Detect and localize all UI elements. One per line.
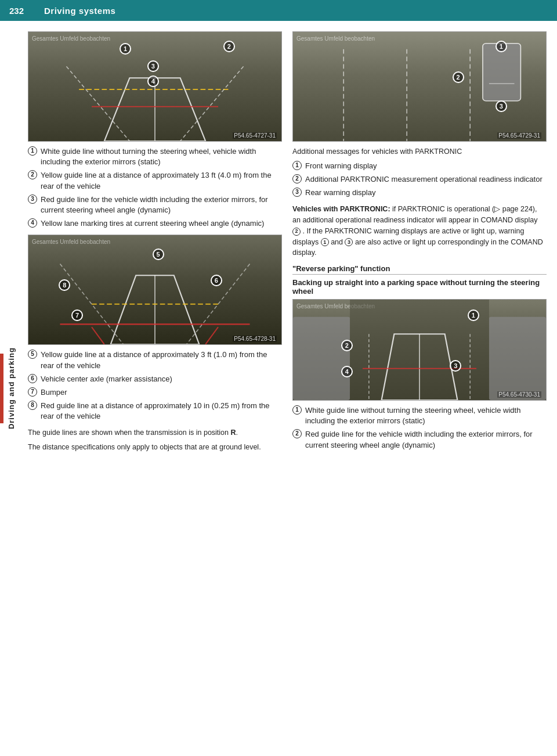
img1-num4: 4 — [147, 75, 159, 87]
img2-num5: 5 — [153, 249, 164, 260]
item-list-4: 1 White guide line without turning the s… — [292, 405, 547, 451]
img2-num8: 8 — [59, 279, 70, 291]
img2-num6: 6 — [211, 275, 222, 286]
list-item: 8 Red guide line at a distance of approx… — [28, 401, 282, 422]
item-text: Yellow lane marking tires at current ste… — [41, 218, 282, 229]
item-text: Red guide line at a distance of approxim… — [41, 401, 282, 422]
list-item: 5 Yellow guide line at a distance of app… — [28, 350, 282, 370]
item-num: 8 — [28, 401, 37, 410]
item-num: 1 — [292, 405, 302, 415]
list-item: 1 Front warning display — [292, 161, 547, 171]
main-content: Gesamtes Umfeld beobachten 1 2 3 — [22, 21, 557, 756]
item-num: 5 — [28, 350, 37, 359]
list-item: 4 Yellow lane marking tires at current s… — [28, 218, 282, 229]
chapter-title: Driving systems — [44, 6, 115, 16]
svg-rect-19 — [293, 317, 350, 400]
list-item: 2 Additional PARKTRONIC measurement oper… — [292, 174, 547, 185]
item-text: Rear warning display — [305, 188, 547, 198]
img4-num4: 4 — [341, 366, 353, 377]
additional-messages-intro: Additional messages for vehicles with PA… — [292, 146, 547, 157]
page-layout: Driving and parking Gesamtes Umfeld beob… — [0, 21, 557, 756]
svg-line-12 — [92, 327, 104, 345]
item-list-1: 1 White guide line without turning the s… — [28, 146, 282, 229]
img4-num2: 2 — [341, 340, 353, 351]
item-num: 2 — [292, 174, 302, 183]
list-item: 6 Vehicle center axle (marker assistance… — [28, 374, 282, 384]
svg-line-5 — [180, 66, 244, 141]
img1-num1: 1 — [120, 43, 131, 55]
list-item: 7 Bumper — [28, 387, 282, 398]
camera-image-2: Gesamtes Umfeld beobachten 5 6 7 8 P54.6… — [28, 235, 282, 345]
img4-ref: P54.65-4730-31 — [497, 391, 541, 398]
item-text: Red guide line for the vehicle width inc… — [41, 195, 282, 215]
item-text: White guide line without turning the ste… — [41, 146, 282, 167]
side-red-bar — [0, 354, 3, 423]
svg-line-13 — [205, 327, 218, 345]
parktronic-para: Vehicles with PARKTRONIC: if PARKTRONIC … — [292, 204, 547, 258]
side-label: Driving and parking — [7, 347, 16, 429]
header-bar: 232 Driving systems — [0, 0, 557, 21]
list-item: 1 White guide line without turning the s… — [28, 146, 282, 167]
left-column: Gesamtes Umfeld beobachten 1 2 3 — [28, 31, 282, 746]
item-text: Red guide line for the vehicle width inc… — [305, 429, 547, 450]
item-text: Additional PARKTRONIC measurement operat… — [305, 174, 547, 185]
img3-num2: 2 — [453, 71, 464, 83]
item-list-3: 1 Front warning display 2 Additional PAR… — [292, 161, 547, 199]
parktronic-header: Vehicles with PARKTRONIC: — [292, 205, 390, 213]
section-subheader: Backing up straight into a parking space… — [292, 278, 547, 296]
item-text: Vehicle center axle (marker assistance) — [41, 374, 282, 384]
img1-num2: 2 — [223, 41, 235, 52]
item-text: Bumper — [41, 387, 282, 398]
item-num: 1 — [28, 146, 37, 156]
img1-ref: P54.65-4727-31 — [233, 132, 277, 139]
para-1: The guide lines are shown when the trans… — [28, 427, 282, 438]
page-number: 232 — [9, 6, 30, 16]
section-header-reverse-parking: "Reverse parking" function — [292, 264, 547, 275]
inline-num1: 1 — [321, 238, 329, 246]
item-num: 3 — [292, 188, 302, 197]
item-num: 7 — [28, 387, 37, 397]
list-item: 3 Rear warning display — [292, 188, 547, 198]
guide-lines-svg-3 — [293, 32, 546, 141]
item-text: Front warning display — [305, 161, 547, 171]
right-column: Gesamtes Umfeld beobachten 1 2 3 P54.65-… — [292, 31, 547, 746]
side-label-area: Driving and parking — [0, 21, 22, 756]
para-2: The distance specifications only apply t… — [28, 442, 282, 453]
inline-num3: 3 — [345, 238, 353, 246]
img1-num3: 3 — [147, 60, 159, 72]
camera-image-1: Gesamtes Umfeld beobachten 1 2 3 — [28, 31, 282, 142]
item-num: 6 — [28, 374, 37, 383]
list-item: 1 White guide line without turning the s… — [292, 405, 547, 426]
img2-ref: P54.65-4728-31 — [233, 336, 277, 342]
svg-rect-20 — [489, 317, 546, 400]
guide-lines-svg-4 — [293, 300, 546, 400]
img3-num1: 1 — [495, 41, 507, 52]
item-num: 3 — [28, 195, 37, 204]
item-num: 2 — [292, 429, 302, 438]
svg-line-4 — [66, 66, 129, 141]
list-item: 2 Red guide line for the vehicle width i… — [292, 429, 547, 450]
camera-image-4: Gesamtes Umfeld beobachten 1 2 3 — [292, 299, 547, 401]
item-num: 4 — [28, 218, 37, 228]
item-text: Yellow guide line at a distance of appro… — [41, 170, 282, 191]
item-text: White guide line without turning the ste… — [305, 405, 547, 426]
img3-ref: P54.65-4729-31 — [497, 132, 541, 139]
item-num: 1 — [292, 161, 302, 170]
list-item: 2 Yellow guide line at a distance of app… — [28, 170, 282, 191]
item-list-2: 5 Yellow guide line at a distance of app… — [28, 350, 282, 422]
item-text: Yellow guide line at a distance of appro… — [41, 350, 282, 370]
list-item: 3 Red guide line for the vehicle width i… — [28, 195, 282, 215]
camera-image-3: Gesamtes Umfeld beobachten 1 2 3 P54.65-… — [292, 31, 547, 142]
inline-num2: 2 — [292, 228, 301, 236]
item-num: 2 — [28, 170, 37, 179]
